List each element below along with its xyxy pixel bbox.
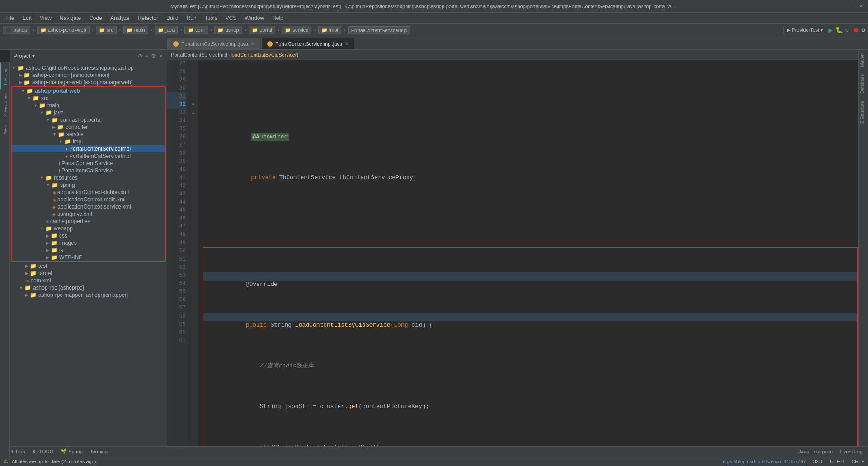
breadcrumb-src[interactable]: 📁 src xyxy=(96,26,117,34)
menu-navigate[interactable]: Navigate xyxy=(56,14,85,22)
run-config-selector[interactable]: ▶ ProviderTest ▾ xyxy=(783,26,826,34)
breadcrumb-impl[interactable]: 📁 impl xyxy=(318,26,341,34)
tree-item-ashop-rpc[interactable]: ▼ 📁 ashop-rpc [ashoprpc] xyxy=(10,284,167,291)
left-tab-project[interactable]: 1: Project xyxy=(0,62,9,89)
status-link[interactable]: https://blog.csdn.net/weixin_41357767 xyxy=(722,459,806,464)
stop-button[interactable]: ⏹ xyxy=(853,27,859,34)
tree-item-js[interactable]: ▶ 📁 js xyxy=(12,247,165,254)
tree-item-com-ashop-portal[interactable]: ▼ 📁 com.ashop.portal xyxy=(12,116,165,124)
java-enterprise-button[interactable]: Java Enterprise xyxy=(797,448,835,455)
breadcrumb-file[interactable]: PortalContentServiceImpl xyxy=(348,26,411,34)
tab-portal-content[interactable]: PortalContentServiceImpl.java ✕ xyxy=(261,38,354,49)
right-tab-structure[interactable]: Z-Structure xyxy=(859,97,868,127)
menu-analyze[interactable]: Analyze xyxy=(107,14,133,22)
tree-item-java[interactable]: ▼ 📁 java xyxy=(12,109,165,116)
tree-item-controller[interactable]: ▶ 📁 controller xyxy=(12,124,165,131)
event-log-button[interactable]: Event Log xyxy=(838,448,864,455)
tree-item-pom-xml[interactable]: m pom.xml xyxy=(10,277,167,284)
sync-icon[interactable]: ⟳ xyxy=(138,53,142,59)
tree-label: java xyxy=(54,109,64,116)
tree-item-ashop-common[interactable]: ▶ 📁 ashop-common [ashopcommon] xyxy=(10,71,167,79)
breadcrumb-com[interactable]: 📁 com xyxy=(184,26,208,34)
tab-close-1[interactable]: ✕ xyxy=(251,41,255,46)
tree-item-webapp[interactable]: ▼ 📁 webapp xyxy=(12,225,165,232)
tree-item-redis-xml[interactable]: ◈ applicationContext-redis.xml xyxy=(12,196,165,203)
tree-item-cache-props[interactable]: ≡ cache.properties xyxy=(12,218,165,225)
menu-code[interactable]: Code xyxy=(85,14,106,22)
menu-build[interactable]: Build xyxy=(163,14,182,22)
tree-item-portal-item-cat-impl[interactable]: ● PortalItemCatServiceImpl xyxy=(12,152,165,160)
menu-help[interactable]: Help xyxy=(269,14,287,22)
terminal-button[interactable]: Terminal xyxy=(88,448,111,455)
tree-item-src[interactable]: ▼ 📁 src xyxy=(12,95,165,102)
tree-item-portal-content-impl[interactable]: ● PortalContentServiceImpl xyxy=(12,145,165,152)
tree-item-impl[interactable]: ▼ 📁 impl xyxy=(12,138,165,145)
code-content[interactable]: 27 28 29 30 31 32 33 34 35 36 37 38 39 4… xyxy=(167,60,868,446)
menu-view[interactable]: View xyxy=(36,14,55,22)
close-button[interactable]: ✕ xyxy=(858,3,864,10)
spring-button[interactable]: 🌱 Spring xyxy=(59,448,85,455)
menu-edit[interactable]: Edit xyxy=(19,14,35,22)
tree-item-css[interactable]: ▶ 📁 css xyxy=(12,232,165,239)
project-selector[interactable]: ⬛ ashop xyxy=(3,26,30,34)
tree-item-web-inf[interactable]: ▶ 📁 WEB-INF xyxy=(12,254,165,261)
tab-portal-item-cat[interactable]: PortalItemCatServiceImpl.java ✕ xyxy=(167,38,260,49)
breadcrumb-main[interactable]: 📁 main xyxy=(123,26,148,34)
tree-item-main[interactable]: ▼ 📁 main xyxy=(12,102,165,109)
menu-vcs[interactable]: VCS xyxy=(222,14,241,22)
title-bar: MybatisTest [C:\githubRepositories\shopp… xyxy=(0,0,868,13)
menu-tools[interactable]: Tools xyxy=(201,14,221,22)
tree-item-test[interactable]: ▶ 📁 test xyxy=(10,262,167,270)
collapse-icon[interactable]: ≡ xyxy=(145,53,148,59)
menu-file[interactable]: File xyxy=(2,14,18,22)
tree-label: impl xyxy=(73,138,83,145)
tree-item-spring[interactable]: ▼ 📁 spring xyxy=(12,181,165,189)
menu-run[interactable]: Run xyxy=(183,14,200,22)
right-side-tabs: Maven Database Z-Structure xyxy=(858,50,868,446)
breadcrumb-portal-web[interactable]: 📁 ashop-portal-web xyxy=(37,26,90,34)
tree-item-ashop-root[interactable]: ▼ 📁 ashop C:\githubRepositories\shopping… xyxy=(10,64,167,71)
left-tab-web[interactable]: Web xyxy=(0,121,9,138)
tab-close-2[interactable]: ✕ xyxy=(345,41,349,46)
folder-icon: 📁 xyxy=(45,225,52,232)
breadcrumb-service[interactable]: 📁 service xyxy=(282,26,311,34)
sidebar-header: Project ▾ ⟳ ≡ ⚙ ✕ xyxy=(10,50,167,62)
coverage-button[interactable]: ☑ xyxy=(846,26,849,34)
minimize-button[interactable]: — xyxy=(842,3,848,10)
breadcrumb-method[interactable]: loadContentListByCidService() xyxy=(231,52,298,57)
debug-button[interactable]: 🐛 xyxy=(835,26,843,34)
close-sidebar-icon[interactable]: ✕ xyxy=(159,53,163,59)
tree-item-images[interactable]: ▶ 📁 images xyxy=(12,239,165,247)
tree-item-portal-item-cat-service[interactable]: Ⅰ PortalItemCatService xyxy=(12,167,165,174)
breadcrumb-portal[interactable]: 📁 portal xyxy=(249,26,275,34)
gear-icon[interactable]: ⚙ xyxy=(151,53,156,59)
menu-window[interactable]: Window xyxy=(241,14,268,22)
breadcrumb-class[interactable]: PortalContentServiceImpl xyxy=(171,52,227,57)
folder-icon: 📁 xyxy=(30,270,37,276)
right-tab-database[interactable]: Database xyxy=(859,71,868,97)
todo-button[interactable]: 6: TODO xyxy=(30,448,55,455)
menu-refactor[interactable]: Refactor xyxy=(134,14,162,22)
more-actions[interactable]: ⚙ xyxy=(862,26,865,34)
window-controls: — □ ✕ xyxy=(842,3,864,10)
tree-item-springmvc-xml[interactable]: ◈ springmvc.xml xyxy=(12,210,165,218)
tree-item-resources[interactable]: ▼ 📁 resources xyxy=(12,174,165,181)
maximize-button[interactable]: □ xyxy=(850,3,856,10)
tree-item-ashop-manager[interactable]: ▶ 📁 ashop-manager-web [ashopmanagerweb] xyxy=(10,79,167,86)
tree-item-portal-content-service[interactable]: Ⅰ PortalContentService xyxy=(12,160,165,167)
tree-item-ashop-rpc-mapper[interactable]: ▶ 📁 ashop-rpc-mapper [ashoprpcmapper] xyxy=(10,291,167,299)
tree-item-target[interactable]: ▶ 📁 target xyxy=(10,270,167,277)
left-tab-favorites[interactable]: 2: Favorites xyxy=(0,89,9,120)
run-label: 4: Run xyxy=(10,449,25,454)
todo-label: TODO xyxy=(39,449,54,454)
run-button[interactable]: ▶ xyxy=(828,26,833,35)
tree-item-service[interactable]: ▼ 📁 service xyxy=(12,131,165,138)
tree-item-service-xml[interactable]: ◈ applicationContext-service.xml xyxy=(12,203,165,210)
breadcrumb-java[interactable]: 📁 java xyxy=(155,26,178,34)
breadcrumb-ashop[interactable]: 📁 ashop xyxy=(214,26,242,34)
tree-item-dubbo-xml[interactable]: ◈ applicationContext-dubbo.xml xyxy=(12,189,165,196)
tree-label: cache.properties xyxy=(50,218,90,224)
tree-item-ashop-portal-web[interactable]: ▼ 📁 ashop-portal-web xyxy=(12,87,165,95)
right-tab-maven[interactable]: Maven xyxy=(859,50,868,71)
code-lines[interactable]: @Autowired private TbContentService tbCo… xyxy=(198,60,862,446)
